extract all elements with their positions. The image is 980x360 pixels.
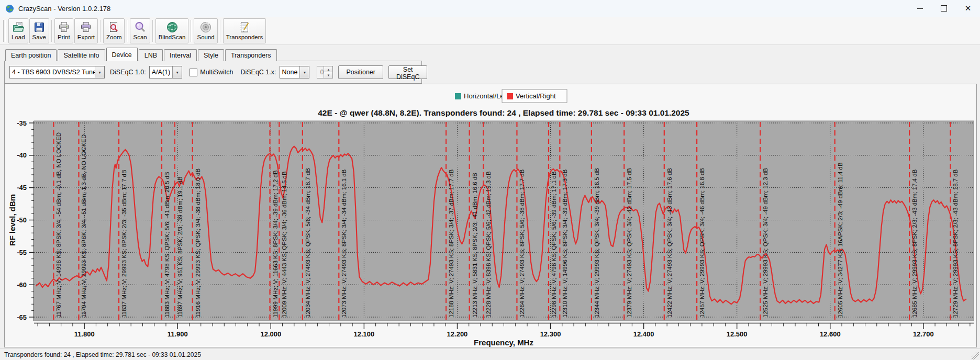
legend-label: Horizontal/Left — [464, 92, 508, 100]
transponder-label: 11916 MHz; V; 29993 KS; QPSK; 3/4; -38 d… — [195, 168, 201, 318]
chevron-down-icon[interactable]: ▼ — [172, 66, 182, 78]
zoom-button[interactable]: Zoom — [103, 18, 125, 43]
tab-style[interactable]: Style — [198, 49, 224, 61]
transponders-button[interactable]: Transponders — [223, 18, 266, 43]
sound-button[interactable]: Sound — [194, 18, 217, 43]
globe-scan-icon — [166, 21, 179, 33]
chevron-down-icon[interactable]: ▼ — [95, 66, 104, 78]
transponder-label: 12009 MHz; V; 4443 KS; QPSK; 3/4; -36 dB… — [281, 171, 287, 318]
position-spinner[interactable]: 0 ▲▼ — [317, 66, 333, 78]
toolbar-grip[interactable] — [3, 20, 6, 42]
maximize-button[interactable] — [932, 0, 956, 17]
transponder-label: 11999 MHz; V; 11663 KS; 8PSK; 3/4; -39 d… — [272, 170, 279, 318]
multiswitch-label: MultiSwitch — [200, 69, 233, 76]
y-tick-label: -50 — [17, 216, 27, 224]
window-title: CrazyScan - Version 1.0.2.178 — [18, 5, 110, 13]
tab-device[interactable]: Device — [106, 48, 138, 61]
transponder-label: 12525 MHz; V; 29993 KS; QPSK; 3/4; -49 d… — [762, 168, 769, 318]
y-tick-label: -55 — [17, 249, 27, 256]
diseqc10-label: DiSEqC 1.0: — [110, 69, 146, 76]
x-tick-label: 11.800 — [74, 330, 95, 338]
toolbar-button-label: Transponders — [226, 34, 263, 40]
legend-swatch — [455, 93, 461, 99]
toolbar-separator — [152, 20, 153, 42]
x-tick-label: 12.400 — [633, 330, 654, 338]
export-button[interactable]: Export — [74, 18, 98, 43]
transponder-label: 12264 MHz; V; 27493 KS; 8PSK; 5/6; -38 d… — [519, 169, 525, 318]
tab-satellite-info[interactable]: Satellite info — [58, 49, 105, 61]
transponder-label: 12422 MHz; V; 27493 KS; QPSK; 3/4; -43 d… — [666, 168, 673, 318]
y-axis-title: RF level, dBm — [8, 194, 17, 246]
diseqc1x-select-value: None — [280, 69, 300, 76]
tuner-select[interactable]: 4 - TBS 6903 DVBS/S2 Tuner 0 ▼ — [9, 66, 105, 78]
tab-bar: Earth positionSatellite infoDeviceLNBInt… — [5, 48, 278, 61]
transponder-label: 12073 MHz; V; 27493 KS; 8PSK; 3/4; -34 d… — [341, 169, 347, 318]
scan-button[interactable]: Scan — [130, 18, 150, 43]
position-spinner-value: 0 — [317, 66, 324, 78]
chart-legend: Horizontal/LeftVertical/Right — [455, 89, 567, 103]
transponder-label: 12034 MHz; V; 27493 KS; QPSK; 5/6; -34 d… — [305, 168, 311, 318]
transponder-label: 11897 MHz; V; 951 KS; 8PSK; 2/3; -39 dBm… — [177, 176, 183, 318]
positioner-button[interactable]: Positioner — [338, 65, 383, 79]
resize-grip-icon[interactable] — [972, 352, 979, 359]
toolbar-separator — [127, 20, 128, 42]
maximize-icon — [941, 5, 947, 12]
close-icon: ✕ — [965, 4, 972, 13]
transponder-label: 12457 MHz; V; 29993 KS; QPSK; 3/4; -46 d… — [699, 168, 705, 318]
y-tick-label: -40 — [17, 151, 27, 159]
toolbar: LoadSavePrintExportZoomScanBlindScanSoun… — [0, 17, 980, 45]
printer-icon — [58, 21, 70, 33]
app-globe-icon — [5, 4, 14, 13]
close-button[interactable]: ✕ — [956, 0, 980, 17]
toolbar-button-label: Scan — [133, 34, 147, 40]
transponder-label: 12379 MHz; V; 27493 KS; QPSK; 3/4; -42 d… — [626, 168, 632, 318]
x-tick-label: 11.900 — [168, 330, 188, 338]
transponder-label: 12685 MHz; V; 29993 KS; 8PSK; 2/3; -43 d… — [911, 169, 918, 318]
print-button[interactable]: Print — [54, 18, 73, 43]
spinner-arrows-icon[interactable]: ▲▼ — [324, 66, 332, 78]
set-diseqc-button[interactable]: Set DiSEqC — [388, 65, 427, 79]
spectrum-chart[interactable]: Horizontal/LeftVertical/Right42E - @ qwe… — [5, 84, 976, 347]
transponder-label: 12188 MHz; V; 27493 KS; 8PSK; 3/4; -37 d… — [448, 169, 454, 318]
toolbar-separator — [100, 20, 101, 42]
x-tick-label: 12.000 — [260, 330, 281, 338]
export-icon — [80, 21, 92, 33]
transponder-label: 12228 MHz; V; 8398 KS; QPSK; 5/6; -42 dB… — [485, 171, 492, 318]
diseqc10-select-value: A/A(1) — [150, 69, 172, 76]
transponder-label: 11883 MHz; V; 4798 KS; QPSK; 5/6; -41 dB… — [164, 172, 170, 318]
tab-transponders[interactable]: Transponders — [225, 49, 277, 61]
blindscan-button[interactable]: BlindScan — [155, 18, 189, 43]
chevron-down-icon[interactable]: ▼ — [299, 66, 309, 78]
minimize-button[interactable] — [908, 0, 932, 17]
checkbox-icon — [190, 69, 197, 76]
legend-item-horizontal-left[interactable]: Horizontal/Left — [455, 92, 508, 100]
legend-label: Vertical/Right — [516, 92, 556, 100]
notebook-icon — [238, 21, 251, 33]
x-tick-label: 12.100 — [354, 330, 375, 338]
chart-panel: Horizontal/LeftVertical/Right42E - @ qwe… — [4, 84, 977, 347]
transponder-label: 12298 MHz; V; 4798 KS; QPSK; 5/6; -39 dB… — [551, 171, 557, 318]
status-bar: Transponders found: 24 , Elapsed time: 2… — [0, 348, 980, 360]
x-tick-label: 12.200 — [447, 330, 468, 338]
minimize-icon — [917, 8, 923, 9]
tab-interval[interactable]: Interval — [164, 49, 197, 61]
legend-item-vertical-right[interactable]: Vertical/Right — [502, 89, 567, 103]
y-tick-label: -65 — [17, 313, 27, 321]
toolbar-button-label: Save — [32, 34, 46, 40]
zoom-doc-icon — [108, 21, 120, 33]
diseqc10-select[interactable]: A/A(1) ▼ — [149, 66, 182, 78]
magnifier-icon — [134, 21, 147, 33]
y-tick-label: -60 — [17, 281, 27, 289]
multiswitch-checkbox[interactable]: MultiSwitch — [190, 69, 233, 76]
x-tick-label: 12.700 — [913, 330, 934, 338]
save-button[interactable]: Save — [29, 18, 49, 43]
tab-lnb[interactable]: LNB — [139, 49, 163, 61]
load-button[interactable]: Load — [8, 18, 28, 43]
tab-earth-position[interactable]: Earth position — [5, 49, 57, 61]
toolbar-button-label: Zoom — [106, 34, 121, 40]
diseqc1x-select[interactable]: None ▼ — [280, 66, 310, 78]
legend-swatch — [507, 93, 513, 99]
toolbar-button-label: Sound — [197, 34, 214, 40]
x-tick-label: 12.500 — [727, 330, 748, 338]
floppy-icon — [33, 21, 46, 33]
